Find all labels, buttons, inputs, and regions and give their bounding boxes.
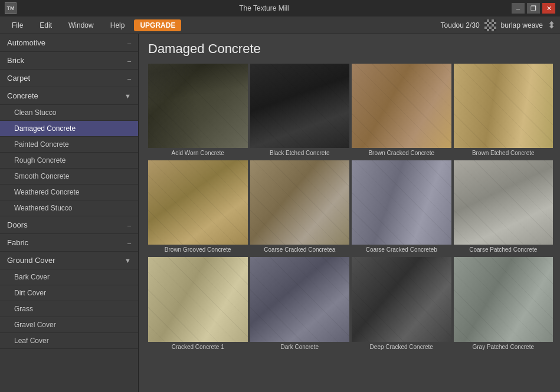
content-panel: Damaged Concrete Acid Worn ConcreteBlack… (139, 34, 560, 392)
texture-label: Brown Cracked Concrete (352, 148, 451, 158)
content-title: Damaged Concrete (148, 41, 553, 57)
menubar-right: Toudou 2/30 burlap weave ⬍ (441, 19, 555, 31)
window-controls: – ❐ ✕ (512, 3, 555, 14)
texture-thumbnail (250, 64, 350, 148)
texture-item[interactable]: Black Etched Concrete (250, 64, 350, 158)
sidebar-subitem-gravel-cover[interactable]: Gravel Cover (0, 317, 138, 333)
texture-item[interactable]: Deep Cracked Concrete (352, 257, 451, 351)
texture-count: 2/30 (466, 21, 479, 29)
sidebar-subitem-clean-stucco[interactable]: Clean Stucco (0, 105, 138, 121)
texture-item[interactable]: Coarse Patched Concrete (454, 160, 554, 255)
texture-thumbnail (250, 160, 350, 245)
titlebar: TM The Texture Mill – ❐ ✕ (0, 0, 560, 17)
texture-label: Coarse Cracked Concreteb (352, 245, 451, 255)
category-label: Brick (7, 56, 24, 65)
sidebar-subitem-weathered-concrete[interactable]: Weathered Concrete (0, 185, 138, 200)
current-texture-name: burlap weave (501, 21, 543, 29)
sidebar-subitem-leaf-cover[interactable]: Leaf Cover (0, 333, 138, 349)
texture-thumbnail (352, 160, 451, 245)
texture-label: Brown Grooved Concrete (148, 245, 248, 255)
texture-thumbnail (148, 257, 248, 341)
sidebar-category-automotive[interactable]: Automotive– (0, 34, 138, 52)
sidebar-subitem-weathered-stucco[interactable]: Weathered Stucco (0, 200, 138, 216)
sidebar-category-brick[interactable]: Brick– (0, 52, 138, 70)
category-arrow-icon: – (127, 39, 131, 47)
texture-thumbnail (352, 257, 451, 341)
category-label: Fabric (7, 238, 28, 247)
menu-file[interactable]: File (5, 19, 30, 32)
app-logo: TM (5, 2, 17, 14)
sidebar-category-ground-cover[interactable]: Ground Cover▼ (0, 252, 138, 269)
texture-label: Brown Etched Concrete (454, 148, 554, 158)
maximize-button[interactable]: ❐ (527, 3, 540, 14)
texture-updown-icon[interactable]: ⬍ (548, 19, 555, 31)
minimize-button[interactable]: – (512, 3, 525, 14)
menu-edit[interactable]: Edit (32, 19, 59, 32)
texture-item[interactable]: Coarse Cracked Concreteb (352, 160, 451, 255)
texture-item[interactable]: Brown Cracked Concrete (352, 64, 451, 158)
category-arrow-icon: – (127, 222, 131, 229)
texture-grid: Acid Worn ConcreteBlack Etched ConcreteB… (148, 64, 553, 352)
category-label: Concrete (7, 91, 38, 100)
sidebar-category-fabric[interactable]: Fabric– (0, 234, 138, 252)
sidebar-category-concrete[interactable]: Concrete▼ (0, 87, 138, 105)
texture-label: Coarse Cracked Concretea (250, 245, 350, 255)
texture-label: Cracked Concrete 1 (148, 342, 248, 352)
category-label: Ground Cover (7, 256, 55, 265)
username: Toudou (441, 21, 464, 29)
category-arrow-icon: ▼ (125, 257, 131, 264)
sidebar-subitem-rough-concrete[interactable]: Rough Concrete (0, 153, 138, 169)
texture-item[interactable]: Gray Patched Concrete (454, 257, 554, 351)
category-label: Doors (7, 220, 28, 229)
texture-label: Acid Worn Concrete (148, 148, 248, 158)
texture-item[interactable]: Acid Worn Concrete (148, 64, 248, 158)
texture-label: Deep Cracked Concrete (352, 342, 451, 352)
sidebar: Automotive–Brick–Carpet–Concrete▼Clean S… (0, 34, 139, 392)
texture-label: Dark Concrete (250, 342, 350, 352)
sidebar-subitem-damaged-concrete[interactable]: Damaged Concrete (0, 121, 138, 137)
menubar: File Edit Window Help UPGRADE Toudou 2/3… (0, 17, 560, 34)
sidebar-category-doors[interactable]: Doors– (0, 216, 138, 234)
texture-thumbnail (454, 64, 554, 148)
texture-label: Coarse Patched Concrete (454, 245, 554, 255)
upgrade-button[interactable]: UPGRADE (134, 19, 181, 31)
app-title: The Texture Mill (17, 4, 512, 12)
texture-item[interactable]: Dark Concrete (250, 257, 350, 351)
category-arrow-icon: – (127, 57, 131, 64)
texture-thumbnail (148, 64, 248, 148)
texture-label: Black Etched Concrete (250, 148, 350, 158)
main-content: Automotive–Brick–Carpet–Concrete▼Clean S… (0, 34, 560, 392)
menu-window[interactable]: Window (61, 19, 101, 32)
sidebar-subitem-bark-cover[interactable]: Bark Cover (0, 269, 138, 285)
user-info: Toudou 2/30 (441, 21, 480, 29)
texture-item[interactable]: Brown Etched Concrete (454, 64, 554, 158)
texture-thumbnail (454, 257, 554, 341)
category-arrow-icon: – (127, 75, 131, 82)
texture-thumbnail (454, 160, 554, 245)
category-arrow-icon: – (127, 239, 131, 246)
close-button[interactable]: ✕ (542, 3, 555, 14)
texture-item[interactable]: Brown Grooved Concrete (148, 160, 248, 255)
sidebar-subitem-painted-concrete[interactable]: Painted Concrete (0, 137, 138, 153)
texture-thumbnail (250, 257, 350, 341)
checker-icon (484, 19, 496, 31)
menu-help[interactable]: Help (103, 19, 132, 32)
category-label: Carpet (7, 74, 30, 83)
texture-label: Gray Patched Concrete (454, 342, 554, 352)
category-label: Automotive (7, 38, 45, 47)
sidebar-subitem-grass[interactable]: Grass (0, 301, 138, 317)
category-arrow-icon: ▼ (125, 93, 131, 100)
sidebar-subitem-dirt-cover[interactable]: Dirt Cover (0, 285, 138, 301)
texture-thumbnail (148, 160, 248, 245)
sidebar-subitem-smooth-concrete[interactable]: Smooth Concrete (0, 169, 138, 185)
texture-thumbnail (352, 64, 451, 148)
texture-item[interactable]: Coarse Cracked Concretea (250, 160, 350, 255)
texture-item[interactable]: Cracked Concrete 1 (148, 257, 248, 351)
sidebar-category-carpet[interactable]: Carpet– (0, 70, 138, 87)
